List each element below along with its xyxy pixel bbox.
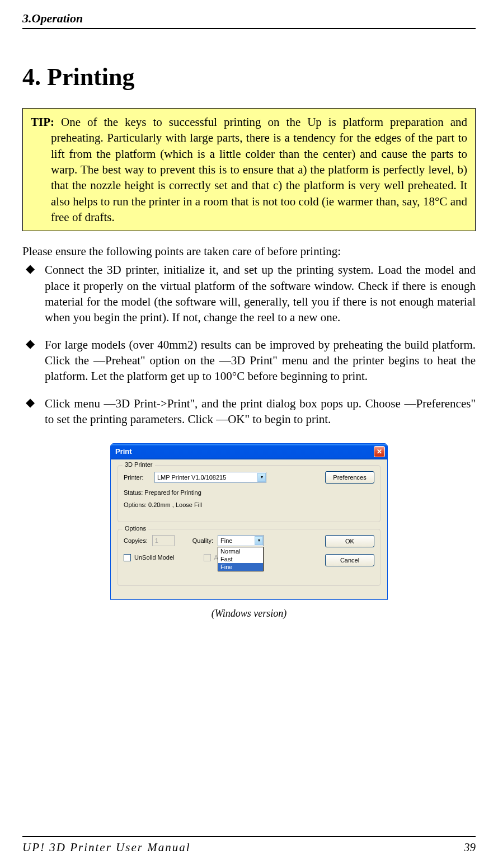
tip-box: TIP: One of the keys to successful print…	[22, 108, 476, 231]
options-legend: Options	[123, 525, 148, 532]
auto-checkbox	[204, 554, 211, 561]
dialog-titlebar: Print ✕	[111, 444, 387, 459]
quality-select[interactable]: Fine ▾ Normal Fast Fine	[218, 535, 264, 546]
printer-select-value: LMP Printer V1.0/108215	[157, 474, 226, 481]
section-header: 3.Operation	[22, 11, 476, 26]
page-number: 39	[464, 841, 476, 855]
options-value: 0.20mm , Loose Fill	[148, 501, 202, 508]
quality-label: Quality:	[192, 537, 213, 544]
bullet-icon: ◆	[26, 337, 35, 384]
printer-fieldset: 3D Printer Printer: LMP Printer V1.0/108…	[118, 465, 380, 522]
page-footer: UP! 3D Printer User Manual 39	[22, 836, 476, 855]
copies-value: 1	[155, 537, 158, 544]
copies-label: Copyies:	[124, 537, 148, 544]
quality-option-fine[interactable]: Fine	[218, 563, 263, 571]
list-item: ◆ Connect the 3D printer, initialize it,…	[22, 262, 476, 325]
quality-option-normal[interactable]: Normal	[218, 547, 263, 555]
intro-paragraph: Please ensure the following points are t…	[22, 245, 476, 259]
copies-input[interactable]: 1	[152, 535, 175, 546]
bullet-list: ◆ Connect the 3D printer, initialize it,…	[22, 262, 476, 427]
dialog-title: Print	[115, 447, 132, 456]
unsolid-checkbox[interactable]	[124, 554, 131, 561]
close-button[interactable]: ✕	[374, 446, 385, 457]
bullet-icon: ◆	[26, 396, 35, 428]
status-value: Prepared for Printing	[144, 489, 201, 496]
list-item: ◆ For large models (over 40mm2) results …	[22, 337, 476, 384]
list-item: ◆ Click menu ―3D Print->Print", and the …	[22, 396, 476, 428]
unsolid-label: UnSolid Model	[134, 554, 175, 561]
bullet-text: Click menu ―3D Print->Print", and the pr…	[45, 396, 476, 428]
page-heading: 4. Printing	[22, 63, 476, 91]
preferences-button[interactable]: Preferences	[325, 471, 374, 484]
close-icon: ✕	[377, 448, 382, 456]
bullet-icon: ◆	[26, 262, 35, 325]
footer-title: UP! 3D Printer User Manual	[22, 841, 190, 855]
options-fieldset: Options Copyies: 1 Quality: Fine ▾	[118, 529, 380, 586]
cancel-button[interactable]: Cancel	[325, 554, 374, 566]
print-dialog: Print ✕ 3D Printer Printer: LMP Printer …	[110, 443, 388, 600]
chevron-down-icon: ▾	[257, 473, 266, 482]
printer-label: Printer:	[124, 474, 154, 481]
quality-option-fast[interactable]: Fast	[218, 555, 263, 563]
tip-body: One of the keys to successful printing o…	[51, 115, 467, 224]
printer-select[interactable]: LMP Printer V1.0/108215 ▾	[154, 472, 266, 483]
printer-legend: 3D Printer	[123, 461, 155, 468]
figure-caption: (Windows version)	[212, 608, 287, 620]
bullet-text: For large models (over 40mm2) results ca…	[45, 337, 476, 384]
options-label: Options:	[124, 501, 147, 508]
bullet-text: Connect the 3D printer, initialize it, a…	[45, 262, 476, 325]
tip-paragraph: TIP: One of the keys to successful print…	[31, 114, 467, 225]
status-label: Status:	[124, 489, 143, 496]
quality-dropdown: Normal Fast Fine	[218, 547, 264, 571]
quality-value: Fine	[220, 537, 232, 544]
tip-label: TIP:	[31, 115, 54, 129]
chevron-down-icon: ▾	[255, 536, 263, 545]
ok-button[interactable]: OK	[325, 535, 374, 547]
